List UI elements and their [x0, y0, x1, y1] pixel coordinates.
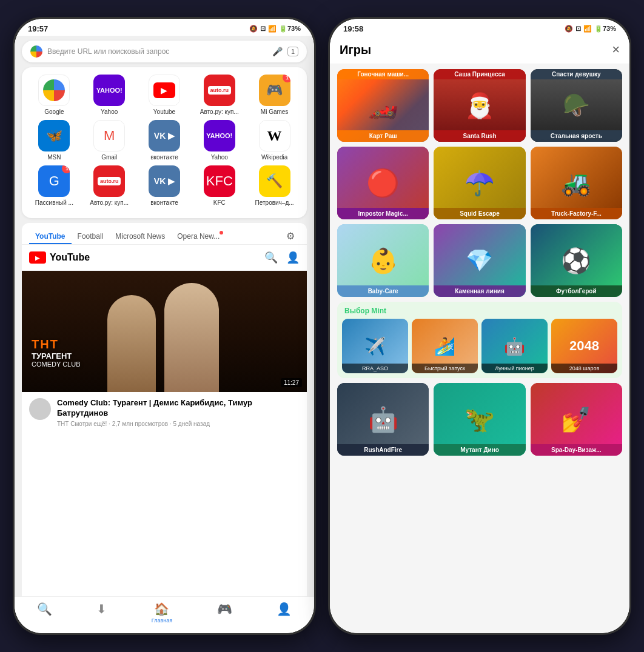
- games-close-button[interactable]: ×: [612, 42, 620, 58]
- yt-red-icon: ▶: [29, 251, 46, 264]
- app-passive[interactable]: G 1 Пассивный ...: [30, 165, 78, 206]
- games-row-3: 👶 Baby-Care 💎 Каменная линия: [337, 224, 622, 297]
- game-rush[interactable]: 🤖 RushAndFire: [337, 383, 429, 456]
- app-msn[interactable]: 🦋 MSN: [30, 120, 78, 161]
- time-2: 19:58: [343, 24, 363, 33]
- kart-label: Карт Раш: [337, 130, 429, 142]
- game-rra[interactable]: ✈️ RRA_ASO: [342, 319, 408, 373]
- yt-actions: 🔍 👤: [264, 251, 300, 264]
- search-bar[interactable]: Введите URL или поисковый запрос 🎤 1: [22, 41, 307, 62]
- tab-count[interactable]: 1: [287, 47, 298, 56]
- nav-download[interactable]: ⬇: [96, 602, 107, 624]
- yt-show-sub: COMEDY CLUB: [32, 361, 80, 368]
- yt-profile-icon[interactable]: 👤: [286, 251, 300, 264]
- game-football3d[interactable]: ⚽ ФутболГерой: [531, 224, 622, 297]
- yt-search-icon[interactable]: 🔍: [264, 251, 278, 264]
- app-migames[interactable]: 🎮 1 Mi Games: [250, 75, 299, 115]
- opera-dot: [220, 231, 223, 235]
- game-2048[interactable]: 2048 2048 шаров: [551, 319, 617, 373]
- vk-icon: VK ▶: [149, 120, 180, 151]
- app-yahoo-label: Yahoo: [101, 108, 118, 115]
- app-auto2[interactable]: auto.ru Авто.ру: куп...: [85, 165, 133, 206]
- yahoo-icon: YAHOO!: [93, 75, 125, 106]
- yahoo2-icon: YAHOO!: [204, 120, 235, 151]
- tab-microsoft[interactable]: Microsoft News: [109, 228, 171, 244]
- yt-brand: ТНТ: [32, 338, 80, 351]
- game-stone[interactable]: 💎 Каменная линия: [434, 224, 525, 297]
- nav-search[interactable]: 🔍: [37, 602, 52, 624]
- tab-youtube[interactable]: YouTube: [29, 228, 72, 244]
- yt-video-title[interactable]: Comedy Club: Турагент | Демис Карибидис,…: [57, 398, 300, 419]
- 2048-label: 2048 шаров: [551, 364, 617, 373]
- games-screen: 19:58 🔕 ⊡ 📶 🔋73% Игры × 🏎️: [330, 19, 629, 633]
- status-bar-2: 19:58 🔕 ⊡ 📶 🔋73%: [330, 19, 629, 36]
- tab-football[interactable]: Football: [72, 228, 110, 244]
- game-squid[interactable]: ☂️ Squid Escape: [434, 147, 525, 219]
- baby-label: Baby-Care: [337, 285, 429, 297]
- app-gmail[interactable]: M Gmail: [85, 120, 133, 161]
- app-vk[interactable]: VK ▶ вконтакте: [140, 120, 189, 161]
- google-icon: [38, 75, 70, 106]
- google-logo-icon: [30, 45, 42, 58]
- app-yahoo[interactable]: YAHOO! Yahoo: [85, 75, 133, 115]
- app-gmail-label: Gmail: [101, 154, 117, 161]
- app-migames-label: Mi Games: [261, 108, 289, 115]
- steel-label: Стальная ярость: [531, 130, 622, 142]
- game-steel[interactable]: 🪖 Спасти девушку Стальная ярость: [531, 69, 622, 142]
- game-santa[interactable]: 🎅 Саша Принцесса Santa Rush: [434, 69, 525, 142]
- filter-icon[interactable]: ⚙: [281, 228, 300, 244]
- game-baby[interactable]: 👶 Baby-Care: [337, 224, 429, 297]
- yt-video-info: Comedy Club: Турагент | Демис Карибидис,…: [22, 392, 307, 433]
- yt-duration: 11:27: [281, 378, 302, 387]
- bottom-nav: 🔍 ⬇ 🏠 Главная 🎮 👤: [15, 596, 314, 633]
- game-kart[interactable]: 🏎️ 🏎️ Гоночная маши... Карт Раш: [337, 69, 429, 142]
- yt-video-thumbnail[interactable]: ТНТ ТУРАГЕНТ COMEDY CLUB 11:27: [22, 271, 307, 392]
- app-yahoo2-label: Yahoo: [211, 154, 228, 161]
- nav-home-icon: 🏠: [154, 602, 169, 616]
- nav-profile[interactable]: 👤: [277, 602, 292, 624]
- yt-title: YouTube: [50, 252, 90, 263]
- app-petr[interactable]: 🔨 Петрович–д...: [250, 165, 299, 206]
- mint-row: ✈️ RRA_ASO 🏄 Быстрый запуск: [342, 319, 617, 373]
- status-icons-2: 🔕 ⊡ 📶 🔋73%: [565, 25, 616, 33]
- app-grid: Google YAHOO! Yahoo ▶ Youtube a: [22, 67, 307, 218]
- game-quick[interactable]: 🏄 Быстрый запуск: [412, 319, 478, 373]
- game-mutant[interactable]: 🦖 Мутант Дино: [434, 383, 525, 456]
- wiki-icon: W: [259, 120, 290, 151]
- game-truck[interactable]: 🚜 Truck-Factory-F...: [531, 147, 622, 219]
- games-content: Игры × 🏎️ 🏎️ Гоночная маши... Карт Раш: [330, 36, 629, 633]
- nav-home[interactable]: 🏠 Главная: [152, 602, 172, 624]
- app-auto[interactable]: auto.ru Авто.ру: куп...: [195, 75, 244, 115]
- app-row-2: 🦋 MSN M Gmail VK ▶ вконтакте YAHOO! Yaho…: [27, 120, 302, 161]
- app-youtube[interactable]: ▶ Youtube: [140, 75, 189, 115]
- game-impostor[interactable]: 🔴 Impostor Magic...: [337, 147, 429, 219]
- game-spa[interactable]: 💅 Spa-Day-Визаж...: [531, 383, 622, 456]
- status-bar-1: 19:57 🔕 ⊡ 📶 🔋73%: [15, 19, 314, 36]
- app-passive-label: Пассивный ...: [35, 199, 73, 206]
- app-vk2[interactable]: VK ▶ вконтакте: [140, 165, 189, 206]
- microphone-icon[interactable]: 🎤: [272, 47, 283, 56]
- tab-opera[interactable]: Opera New...: [171, 228, 226, 244]
- nav-games[interactable]: 🎮: [217, 602, 232, 624]
- game-lunar[interactable]: 🤖 Лунный пионер: [481, 319, 548, 373]
- app-row-1: Google YAHOO! Yahoo ▶ Youtube a: [27, 75, 302, 115]
- status-icons-1: 🔕 ⊡ 📶 🔋73%: [249, 25, 301, 33]
- app-google[interactable]: Google: [30, 75, 78, 115]
- nav-profile-icon: 👤: [277, 602, 292, 616]
- games-scroll[interactable]: 🏎️ 🏎️ Гоночная маши... Карт Раш 🎅 Саша П…: [330, 64, 629, 633]
- app-auto2-label: Авто.ру: куп...: [90, 199, 129, 206]
- mint-label: Выбор Mint: [342, 307, 617, 315]
- app-yahoo2[interactable]: YAHOO! Yahoo: [195, 120, 244, 161]
- app-kfc[interactable]: KFC KFC: [195, 165, 244, 206]
- yt-channel-avatar: [29, 398, 51, 420]
- nav-games-icon: 🎮: [217, 602, 232, 616]
- search-placeholder: Введите URL или поисковый запрос: [47, 47, 267, 56]
- nav-home-label: Главная: [152, 617, 172, 624]
- app-wiki[interactable]: W Wikipedia: [250, 120, 299, 161]
- nav-search-icon: 🔍: [37, 602, 52, 616]
- games-row-1: 🏎️ 🏎️ Гоночная маши... Карт Раш 🎅 Саша П…: [337, 69, 622, 142]
- youtube-icon: ▶: [149, 75, 180, 106]
- gmail-icon: M: [93, 120, 125, 151]
- auto2-icon: auto.ru: [93, 165, 125, 197]
- browser-content: Введите URL или поисковый запрос 🎤 1 Goo…: [15, 36, 314, 633]
